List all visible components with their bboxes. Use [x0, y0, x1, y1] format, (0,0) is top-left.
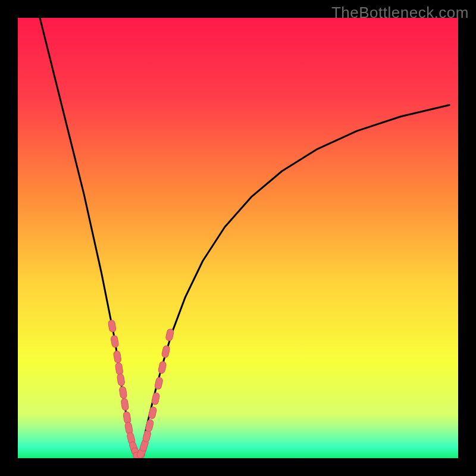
watermark-text: TheBottleneck.com: [331, 4, 469, 22]
marker-point: [161, 345, 170, 358]
marker-point: [108, 320, 116, 333]
chart-svg: [18, 18, 458, 458]
marker-point: [115, 362, 123, 375]
marker-point: [111, 335, 119, 348]
marker-point: [123, 411, 131, 424]
marker-point: [145, 419, 154, 432]
marker-point: [121, 398, 129, 411]
marker-point: [148, 406, 157, 419]
marker-point: [154, 377, 163, 390]
marker-point: [117, 374, 125, 387]
outer-frame: TheBottleneck.com: [0, 0, 476, 476]
marker-point: [113, 350, 121, 364]
marker-point: [119, 386, 127, 399]
curve-group: [40, 18, 449, 455]
marker-point: [158, 361, 167, 374]
marker-point: [151, 392, 160, 405]
marker-point: [142, 430, 152, 443]
marker-point: [165, 328, 174, 342]
plot-area: [18, 18, 458, 458]
curve-right-branch: [139, 105, 450, 455]
marker-group: [108, 320, 174, 458]
